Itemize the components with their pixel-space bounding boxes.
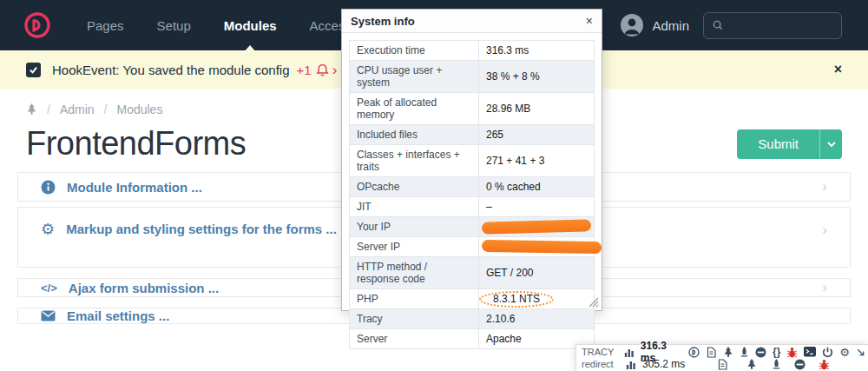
- nav-item-modules[interactable]: Modules: [224, 18, 277, 33]
- panel-close-icon[interactable]: ×: [586, 15, 593, 27]
- section-label: Markup and styling settings for the form…: [66, 222, 337, 236]
- row-value: Apache: [486, 333, 522, 345]
- breadcrumb-admin[interactable]: Admin: [60, 103, 95, 116]
- submit-button[interactable]: Submit: [737, 129, 819, 159]
- avatar-icon: [621, 14, 643, 36]
- no-entry-icon[interactable]: [794, 359, 806, 370]
- tracy-debug-bar: TRACY 316.3 ms {} ⚙: [575, 344, 868, 371]
- breadcrumb-separator: /: [104, 103, 108, 116]
- chevron-right-icon: ›: [822, 178, 827, 195]
- table-row: Peak of allocated memory28.96 MB: [350, 93, 595, 125]
- row-label: Included files: [350, 125, 479, 145]
- navbar-right: Admin: [621, 12, 842, 39]
- notification-count[interactable]: +1: [297, 63, 312, 77]
- row-label: PHP: [350, 289, 479, 309]
- processwire-logo[interactable]: [23, 10, 52, 40]
- submit-button-group: Submit: [737, 129, 842, 159]
- row-label: Peak of allocated memory: [350, 93, 479, 125]
- system-info-panel-header[interactable]: System info ×: [342, 10, 602, 33]
- bug-icon[interactable]: [819, 359, 830, 370]
- bar-chart-icon[interactable]: [626, 359, 636, 369]
- submit-dropdown-button[interactable]: [819, 129, 842, 159]
- processwire-logo-icon: [23, 11, 51, 39]
- notification-close-icon[interactable]: ×: [834, 62, 842, 77]
- table-row: CPU usage user + system38 % + 8 %: [350, 61, 595, 93]
- terminal-icon[interactable]: [804, 347, 816, 357]
- row-value: 2.10.6: [486, 313, 515, 325]
- table-row: Classes + interfaces + traits271 + 41 + …: [350, 145, 595, 177]
- table-row: PHP8.3.1 NTS: [350, 289, 595, 309]
- row-value: 316.3 ms: [486, 44, 529, 56]
- chevron-right-icon: ›: [822, 279, 827, 296]
- tree-icon[interactable]: [26, 103, 37, 116]
- search-input[interactable]: [730, 18, 832, 32]
- row-value: 0 % cached: [486, 181, 541, 193]
- table-row: Execution time316.3 ms: [350, 41, 595, 61]
- row-label: Classes + interfaces + traits: [350, 145, 479, 177]
- file-icon[interactable]: [706, 347, 717, 358]
- bug-icon[interactable]: [786, 347, 798, 358]
- power-icon[interactable]: [822, 347, 833, 358]
- row-label: Execution time: [350, 41, 479, 61]
- table-row: Tracy2.10.6: [350, 309, 595, 329]
- notification-message[interactable]: HookEvent: You saved the module config: [52, 63, 290, 77]
- row-value: 271 + 41 + 3: [486, 155, 544, 167]
- processwire-icon[interactable]: [688, 347, 700, 358]
- resize-handle-icon[interactable]: [589, 297, 599, 308]
- row-label: Tracy: [350, 309, 479, 329]
- table-row: Included files265: [350, 125, 595, 145]
- row-label: Server: [350, 329, 479, 349]
- bell-icon[interactable]: [316, 63, 329, 76]
- collapse-icon[interactable]: [856, 348, 865, 357]
- bar-chart-icon[interactable]: [624, 347, 635, 357]
- breadcrumb-separator: /: [47, 103, 50, 116]
- tracy-row-main: TRACY 316.3 ms {} ⚙: [582, 346, 865, 358]
- row-label: JIT: [350, 197, 479, 217]
- row-label: Your IP: [350, 217, 479, 237]
- main-nav: Pages Setup Modules Access: [87, 18, 352, 33]
- row-value: GET / 200: [486, 267, 533, 279]
- row-value: 28.96 MB: [486, 103, 530, 115]
- nav-item-setup[interactable]: Setup: [157, 18, 191, 33]
- user-menu[interactable]: Admin: [621, 14, 689, 36]
- no-entry-icon[interactable]: [755, 347, 766, 358]
- nav-item-pages[interactable]: Pages: [87, 18, 124, 33]
- execution-time[interactable]: 305.2 ms: [642, 358, 685, 370]
- row-label: OPcache: [350, 177, 479, 197]
- table-row: OPcache0 % cached: [350, 177, 595, 197]
- tree-icon[interactable]: [746, 359, 757, 370]
- info-icon: [41, 180, 56, 195]
- page-title: FrontendForms: [26, 125, 246, 162]
- rocket-icon[interactable]: [772, 359, 781, 370]
- rocket-icon[interactable]: [740, 347, 749, 358]
- gear-icon: ⚙: [41, 222, 55, 237]
- table-row: HTTP method / response codeGET / 200: [350, 257, 595, 289]
- table-row: ServerApache: [350, 329, 595, 349]
- code-icon: </>: [41, 282, 57, 295]
- row-label: Server IP: [350, 237, 479, 257]
- system-info-table: Execution time316.3 ms CPU usage user + …: [349, 40, 595, 349]
- annotation-circle: 8.3.1 NTS: [479, 291, 554, 308]
- file-icon[interactable]: [717, 359, 728, 370]
- tree-icon[interactable]: [723, 347, 733, 358]
- redaction-scribble: [482, 219, 591, 234]
- section-label: Email settings ...: [67, 308, 169, 323]
- search-box[interactable]: [703, 12, 842, 39]
- braces-icon[interactable]: {}: [773, 346, 780, 358]
- row-value: 265: [486, 129, 503, 141]
- table-row: Your IP: [350, 217, 595, 237]
- tracy-label[interactable]: redirect: [582, 359, 620, 369]
- redaction-scribble: [482, 240, 602, 254]
- chevron-down-icon: [827, 142, 836, 147]
- tracy-label[interactable]: TRACY: [582, 347, 618, 357]
- panel-title: System info: [351, 15, 415, 28]
- row-value: –: [486, 201, 492, 213]
- gear-icon[interactable]: ⚙: [839, 347, 850, 358]
- search-icon: [713, 19, 723, 31]
- notification-chevron-icon[interactable]: ›: [332, 63, 338, 77]
- checkbox-icon: [26, 63, 41, 77]
- breadcrumb-modules[interactable]: Modules: [116, 103, 162, 116]
- system-info-panel: System info × Execution time316.3 ms CPU…: [341, 9, 602, 311]
- row-value: 38 % + 8 %: [486, 70, 540, 83]
- chevron-right-icon: ›: [822, 222, 827, 239]
